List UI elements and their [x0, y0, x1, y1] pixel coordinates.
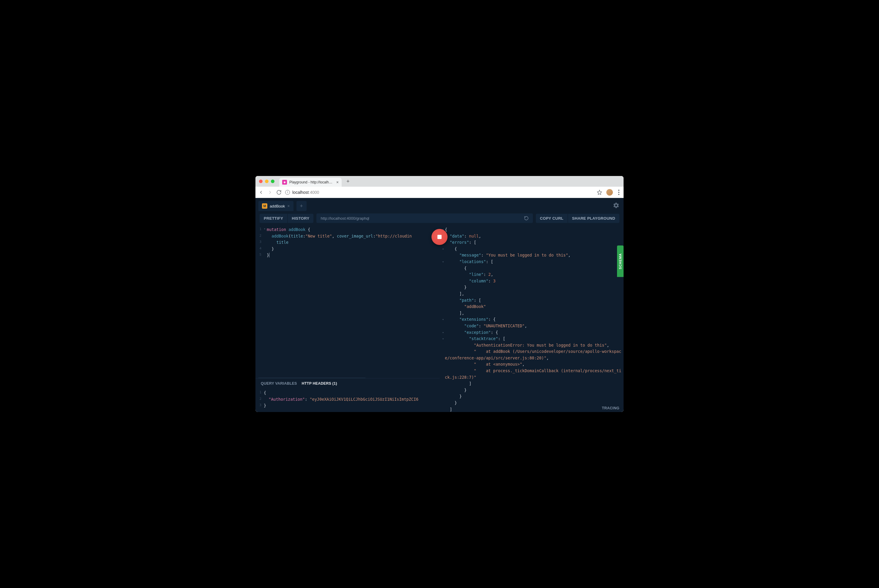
new-browser-tab-button[interactable]: +	[344, 178, 352, 184]
result-line: ]	[441, 406, 622, 412]
code-line: 4 }	[257, 246, 437, 252]
execute-button[interactable]	[432, 229, 447, 245]
result-line: }	[441, 393, 622, 400]
result-line: ▾ "exception": {	[441, 329, 622, 336]
tracing-button[interactable]: TRACING	[602, 406, 620, 410]
result-line: }	[441, 387, 622, 394]
http-headers-tab[interactable]: HTTP HEADERS (1)	[302, 381, 337, 386]
result-line: "AuthenticationError: You must be logged…	[441, 342, 622, 349]
variables-tabs: QUERY VARIABLES HTTP HEADERS (1)	[255, 378, 440, 388]
left-column: 1▾mutation addBook {2 addBook(title:"New…	[255, 224, 440, 412]
result-line: ],	[441, 310, 622, 316]
browser-menu-icon[interactable]	[617, 190, 621, 195]
tab-close-icon[interactable]: ×	[336, 180, 339, 184]
http-headers-editor[interactable]: 1{2 "Authorization": "eyJ0eXAiOiJKV1QiLC…	[255, 388, 440, 412]
code-line: 3 title	[257, 239, 437, 246]
result-line: {	[441, 265, 622, 272]
result-line: }	[441, 284, 622, 291]
result-line: " at process._tickDomainCallback (intern…	[441, 368, 622, 381]
browser-tab-title: Playground - http://localhost:4	[290, 180, 334, 184]
address-bar-actions	[597, 189, 621, 196]
result-line: }	[441, 400, 622, 406]
add-playground-tab-button[interactable]: +	[297, 201, 307, 211]
variables-panel: QUERY VARIABLES HTTP HEADERS (1) 1{2 "Au…	[255, 378, 440, 412]
share-playground-button[interactable]: SHARE PLAYGROUND	[568, 214, 620, 223]
query-editor[interactable]: 1▾mutation addBook {2 addBook(title:"New…	[255, 224, 440, 378]
address-bar: i localhost:4000	[255, 187, 624, 198]
result-line: ▾ {	[441, 246, 622, 252]
endpoint-input[interactable]	[321, 216, 521, 220]
code-line: 2 "Authorization": "eyJ0eXAiOiJKV1QiLCJh…	[257, 396, 437, 403]
result-line: ]	[441, 381, 622, 387]
code-line: 1▾mutation addBook {	[257, 226, 437, 233]
code-line: 3}	[257, 402, 437, 409]
browser-window: ✱ Playground - http://localhost:4 × + i …	[255, 176, 624, 412]
browser-tab[interactable]: ✱ Playground - http://localhost:4 ×	[279, 178, 342, 187]
result-line: "code": "UNAUTHENTICATED",	[441, 323, 622, 329]
url-area[interactable]: i localhost:4000	[285, 190, 593, 195]
stop-icon	[437, 235, 442, 239]
result-viewer[interactable]: ▾{ "data": null,▾ "errors": [▾ { "messag…	[440, 224, 624, 412]
code-line: 1{	[257, 390, 437, 396]
variables-indicator	[258, 378, 366, 378]
endpoint-refresh-icon[interactable]	[524, 216, 529, 220]
playground-tab-close-icon[interactable]: ×	[287, 204, 290, 208]
site-info-icon[interactable]: i	[285, 190, 290, 195]
playground-toolbar: PRETTIFY HISTORY COPY CURL SHARE PLAYGRO…	[255, 212, 624, 224]
traffic-lights	[259, 180, 274, 183]
result-line: ▾ "extensions": {	[441, 316, 622, 323]
query-variables-tab[interactable]: QUERY VARIABLES	[261, 381, 297, 386]
schema-panel-tab[interactable]: SCHEMA	[617, 246, 624, 277]
bookmark-star-icon[interactable]	[597, 190, 602, 195]
settings-gear-icon[interactable]	[613, 202, 620, 208]
back-icon[interactable]	[258, 190, 264, 195]
url-path: :4000	[309, 190, 319, 195]
result-line: " at <anonymous>",	[441, 361, 622, 368]
window-minimize-button[interactable]	[265, 180, 268, 183]
code-line: 5}	[257, 252, 437, 259]
result-line: "column": 3	[441, 278, 622, 285]
result-line: ▾{	[441, 226, 622, 233]
result-line: "line": 2,	[441, 272, 622, 278]
window-close-button[interactable]	[259, 180, 262, 183]
url-host: localhost	[292, 190, 309, 195]
forward-icon[interactable]	[267, 190, 273, 195]
result-line: "data": null,	[441, 233, 622, 240]
result-line: ▾ "locations": [	[441, 259, 622, 265]
result-line: ▾ "stacktrace": [	[441, 336, 622, 342]
result-line: ],	[441, 291, 622, 297]
code-line: 2 addBook(title:"New title", cover_image…	[257, 233, 437, 240]
graphql-playground: M addBook × + PRETTIFY HISTORY COPY CURL…	[255, 198, 624, 412]
window-maximize-button[interactable]	[271, 180, 274, 183]
graphql-favicon: ✱	[282, 180, 287, 184]
playground-body: 1▾mutation addBook {2 addBook(title:"New…	[255, 224, 624, 412]
result-line: ▾ "errors": [	[441, 239, 622, 246]
result-line: " at addBook (/Users/unicodeveloper/sour…	[441, 348, 622, 361]
profile-avatar[interactable]	[606, 189, 613, 196]
result-line: "addBook"	[441, 303, 622, 310]
reload-icon[interactable]	[276, 190, 282, 195]
result-line: "path": [	[441, 297, 622, 304]
prettify-button[interactable]: PRETTIFY	[260, 214, 287, 223]
playground-tab-name: addBook	[270, 204, 285, 208]
mutation-badge: M	[262, 203, 267, 208]
copy-curl-button[interactable]: COPY CURL	[536, 214, 568, 223]
result-line: "message": "You must be logged in to do …	[441, 252, 622, 259]
history-button[interactable]: HISTORY	[287, 214, 314, 223]
playground-tabs: M addBook × +	[255, 198, 624, 212]
playground-tab[interactable]: M addBook ×	[258, 201, 294, 211]
title-bar: ✱ Playground - http://localhost:4 × +	[255, 176, 624, 187]
